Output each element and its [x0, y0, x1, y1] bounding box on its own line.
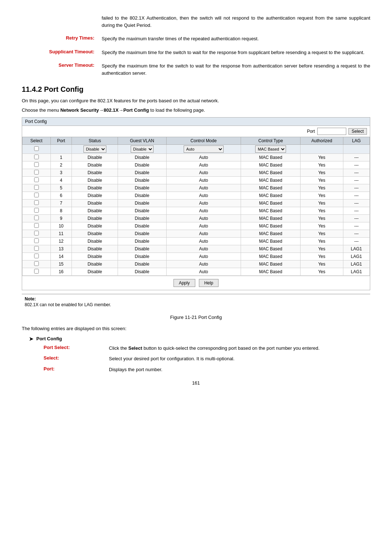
row-status: Disable [72, 154, 118, 161]
table-wrapper: Select Port Status Guest VLAN Control Mo… [22, 137, 370, 276]
row-control-mode: Auto [166, 169, 241, 177]
row-control-type: MAC Based [241, 192, 301, 200]
row-select-cell[interactable] [23, 260, 51, 268]
row-checkbox[interactable] [34, 200, 39, 205]
table-row: 6DisableDisableAutoMAC BasedYes--- [23, 192, 370, 200]
row-port: 10 [50, 222, 72, 230]
row-control-type: MAC Based [241, 169, 301, 177]
table-row: 14DisableDisableAutoMAC BasedYesLAG1 [23, 253, 370, 260]
filter-control-mode-cell[interactable]: Auto Force Authorized Force Unauthorized [166, 145, 241, 154]
row-checkbox[interactable] [34, 162, 39, 167]
row-control-type: MAC Based [241, 238, 301, 245]
row-port: 7 [50, 200, 72, 207]
row-select-cell[interactable] [23, 215, 51, 222]
supplicant-timeout-section: Supplicant Timeout: Specify the maximum … [22, 49, 370, 56]
row-control-type: MAC Based [241, 222, 301, 230]
row-authorized: Yes [301, 161, 343, 169]
row-select-cell[interactable] [23, 207, 51, 215]
port-config-title-bar: Port Config [22, 118, 370, 126]
row-lag: --- [343, 238, 369, 245]
row-select-cell[interactable] [23, 245, 51, 253]
port-desc-text: Displays the port number. [109, 366, 370, 373]
retry-times-label: Retry Times: [22, 35, 102, 42]
row-guest-vlan: Disable [118, 215, 166, 222]
help-button[interactable]: Help [199, 279, 219, 287]
row-lag: LAG1 [343, 268, 369, 276]
row-control-type: MAC Based [241, 154, 301, 161]
server-timeout-label: Server Timeout: [22, 62, 102, 77]
apply-button[interactable]: Apply [173, 279, 195, 287]
row-authorized: Yes [301, 268, 343, 276]
row-select-cell[interactable] [23, 169, 51, 177]
row-checkbox[interactable] [34, 223, 39, 228]
row-checkbox[interactable] [34, 208, 39, 213]
row-checkbox[interactable] [34, 177, 39, 182]
row-guest-vlan: Disable [118, 184, 166, 192]
table-row: 4DisableDisableAutoMAC BasedYes--- [23, 177, 370, 184]
table-row: 16DisableDisableAutoMAC BasedYesLAG1 [23, 268, 370, 276]
bullet-header: ➤ Port Config [29, 336, 370, 342]
row-guest-vlan: Disable [118, 260, 166, 268]
row-status: Disable [72, 177, 118, 184]
row-control-type: MAC Based [241, 177, 301, 184]
guest-vlan-filter-select[interactable]: Disable Enable [131, 145, 154, 153]
row-select-cell[interactable] [23, 268, 51, 276]
row-lag: --- [343, 192, 369, 200]
port-select-desc-row: Port Select: Click the Select button to … [44, 345, 370, 352]
row-checkbox[interactable] [34, 269, 39, 274]
select-button[interactable]: Select [348, 128, 367, 135]
row-control-type: MAC Based [241, 207, 301, 215]
row-checkbox[interactable] [34, 185, 39, 190]
filter-control-type-cell[interactable]: MAC Based Port Based [241, 145, 301, 154]
row-checkbox[interactable] [34, 231, 39, 235]
port-select-desc-text: Click the Select button to quick-select … [109, 345, 370, 352]
row-guest-vlan: Disable [118, 192, 166, 200]
row-port: 14 [50, 253, 72, 260]
row-checkbox[interactable] [34, 261, 39, 266]
row-select-cell[interactable] [23, 184, 51, 192]
row-status: Disable [72, 230, 118, 238]
row-checkbox[interactable] [34, 246, 39, 251]
row-control-type: MAC Based [241, 200, 301, 207]
row-select-cell[interactable] [23, 222, 51, 230]
row-checkbox[interactable] [34, 170, 39, 175]
row-checkbox[interactable] [34, 155, 39, 159]
row-status: Disable [72, 184, 118, 192]
control-type-filter-select[interactable]: MAC Based Port Based [255, 145, 286, 153]
row-select-cell[interactable] [23, 230, 51, 238]
note-label: Note: [25, 296, 367, 301]
row-control-mode: Auto [166, 260, 241, 268]
row-checkbox[interactable] [34, 254, 39, 258]
row-guest-vlan: Disable [118, 238, 166, 245]
row-control-type: MAC Based [241, 215, 301, 222]
select-all-checkbox[interactable] [34, 146, 39, 151]
port-input[interactable] [317, 128, 346, 135]
filter-select-cb[interactable] [23, 145, 51, 154]
row-select-cell[interactable] [23, 154, 51, 161]
row-port: 2 [50, 161, 72, 169]
row-select-cell[interactable] [23, 253, 51, 260]
row-select-cell[interactable] [23, 161, 51, 169]
row-select-cell[interactable] [23, 177, 51, 184]
filter-guest-vlan-cell[interactable]: Disable Enable [118, 145, 166, 154]
row-guest-vlan: Disable [118, 161, 166, 169]
server-timeout-section: Server Timeout: Specify the maximum time… [22, 62, 370, 77]
row-select-cell[interactable] [23, 192, 51, 200]
row-authorized: Yes [301, 253, 343, 260]
control-mode-filter-select[interactable]: Auto Force Authorized Force Unauthorized [184, 145, 224, 153]
row-checkbox[interactable] [34, 193, 39, 197]
bullet-header-text: Port Config [36, 336, 62, 341]
row-select-cell[interactable] [23, 200, 51, 207]
following-text: The following entries are displayed on t… [22, 325, 370, 332]
status-filter-select[interactable]: Disable Enable [83, 145, 106, 153]
row-port: 1 [50, 154, 72, 161]
row-authorized: Yes [301, 230, 343, 238]
row-checkbox[interactable] [34, 216, 39, 220]
row-lag: LAG1 [343, 253, 369, 260]
row-guest-vlan: Disable [118, 245, 166, 253]
row-checkbox[interactable] [34, 238, 39, 243]
row-control-mode: Auto [166, 192, 241, 200]
row-authorized: Yes [301, 215, 343, 222]
filter-status-cell[interactable]: Disable Enable [72, 145, 118, 154]
row-select-cell[interactable] [23, 238, 51, 245]
